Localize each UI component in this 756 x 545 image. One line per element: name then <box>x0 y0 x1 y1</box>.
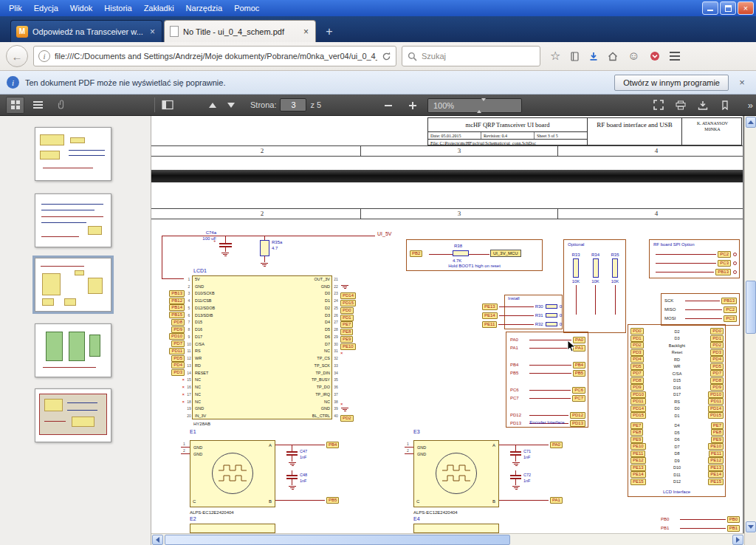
minus-icon <box>385 105 392 106</box>
page-thumbnail[interactable] <box>35 323 111 377</box>
author-name: K. ATANASSOV <box>682 120 743 126</box>
scrollbar-thumb[interactable] <box>746 281 756 334</box>
download-button[interactable] <box>693 97 712 114</box>
pin-name: GND <box>279 406 332 411</box>
page-number-input[interactable]: 3 <box>280 98 306 112</box>
port-label: PB4 <box>573 362 585 369</box>
scrollbar-thumb[interactable] <box>165 535 510 545</box>
wire <box>656 254 716 255</box>
home-icon[interactable] <box>608 52 618 61</box>
maximize-button[interactable] <box>720 1 736 15</box>
page-thumbnail[interactable] <box>35 193 111 247</box>
wire <box>181 453 190 454</box>
menu-edycja[interactable]: Edycja <box>28 1 64 15</box>
lcd-pin-row: 20IN_3VBL_CTRL40PD2 <box>151 412 395 419</box>
menu-zakladki[interactable]: Zakładki <box>138 1 180 15</box>
up-arrow-icon <box>209 103 216 108</box>
pocket-icon[interactable] <box>650 51 660 61</box>
outline-icon <box>33 101 43 103</box>
scroll-left-button[interactable] <box>152 535 163 545</box>
menu-historia[interactable]: Historia <box>98 1 137 15</box>
lcd-interface-row: PD0D2PD0 <box>630 328 724 335</box>
waveform-icon <box>219 465 247 470</box>
encoder-circle-icon <box>212 453 253 494</box>
open-in-other-program-button[interactable]: Otwórz w innym programie <box>614 75 729 91</box>
port-label: PE7 <box>630 422 643 429</box>
scroll-right-button[interactable] <box>732 535 743 545</box>
resistor-ref: R38 <box>454 243 462 249</box>
print-button[interactable] <box>671 97 690 114</box>
pin-number: 28 <box>332 327 340 332</box>
pin-name: D16 <box>193 327 246 332</box>
menu-pomoc[interactable]: Pomoc <box>228 1 265 15</box>
menu-narzedzia[interactable]: Narzędzia <box>180 1 229 15</box>
horizontal-scrollbar[interactable] <box>151 533 744 545</box>
previous-page-button[interactable] <box>203 97 221 114</box>
next-page-button[interactable] <box>221 97 240 114</box>
pin-name: D6 <box>279 335 332 339</box>
net-label: PB0 <box>661 516 678 522</box>
select-arrows-icon <box>477 101 516 110</box>
pin-name: NC <box>193 400 246 404</box>
downloads-icon[interactable] <box>589 52 598 61</box>
wire <box>225 247 226 252</box>
vertical-scrollbar[interactable] <box>744 116 756 545</box>
attachments-view-button[interactable] <box>52 97 70 114</box>
more-tools-button[interactable]: » <box>748 100 753 111</box>
bookmark-star-icon[interactable]: ☆ <box>550 50 560 62</box>
search-bar[interactable]: Szukaj <box>402 46 540 66</box>
toggle-sidebar-button[interactable] <box>158 97 176 114</box>
sheet-subtitle: RF board interface and USB <box>588 118 682 146</box>
bookmarks-menu-icon[interactable] <box>570 52 580 61</box>
feedback-smiley-icon[interactable]: ☺ <box>628 50 639 62</box>
zoom-out-button[interactable] <box>379 97 397 114</box>
port-label: PD0 <box>710 328 724 335</box>
bookmark-button[interactable] <box>715 97 734 114</box>
power-net-label: UI_3V_MCU <box>490 250 521 257</box>
pin-number: 3 <box>185 291 193 295</box>
pin-number: 18 <box>185 400 193 404</box>
outline-view-button[interactable] <box>29 97 47 114</box>
url-bar[interactable]: i file:///C:/Documents and Settings/Andr… <box>33 46 396 66</box>
net-label: PA1 <box>510 345 528 351</box>
new-tab-button[interactable]: + <box>320 22 339 41</box>
left-ext: PD5 <box>151 355 185 362</box>
tab-close-icon[interactable]: × <box>302 27 310 37</box>
menu-widok[interactable]: Widok <box>64 1 99 15</box>
zoom-in-button[interactable] <box>403 97 422 114</box>
thumbnail-art <box>41 236 79 237</box>
thumbnails-sidebar[interactable] <box>0 116 151 545</box>
scroll-down-button[interactable] <box>746 521 756 532</box>
thumbnails-view-button[interactable] <box>6 97 24 114</box>
page-thumbnail[interactable] <box>35 258 111 312</box>
scroll-up-button[interactable] <box>746 117 756 128</box>
page-thumbnail[interactable] <box>35 388 111 442</box>
install-jumper-row: PE13R300 <box>482 302 562 311</box>
minimize-button[interactable] <box>702 1 718 15</box>
right-arrow-icon <box>736 537 740 543</box>
pin-name: RD <box>193 363 246 368</box>
signal-name: RS <box>646 399 709 405</box>
pin-number: 17 <box>185 392 193 397</box>
menu-plik[interactable]: Plik <box>3 1 28 15</box>
notification-close-icon[interactable]: × <box>735 77 749 88</box>
page-info-icon[interactable]: i <box>38 50 50 62</box>
reload-icon[interactable] <box>382 52 391 61</box>
presentation-mode-button[interactable] <box>649 97 667 114</box>
optional-resistor: R3310K <box>567 252 585 315</box>
page-thumbnail[interactable] <box>35 127 111 181</box>
zoom-level-select[interactable]: 100% <box>427 98 522 113</box>
thumbnails-icon <box>11 100 15 104</box>
connector-circle-icon <box>733 253 737 256</box>
pin-name: D4 <box>279 320 332 324</box>
tab-pdf-document[interactable]: No Title - ui_0_4_schem.pdf × <box>164 20 316 42</box>
menu-hamburger-icon[interactable] <box>670 52 680 61</box>
capacitor-value: 1nF <box>523 454 530 460</box>
close-button[interactable]: × <box>738 1 754 15</box>
back-button[interactable]: ← <box>6 45 28 67</box>
spi-signal-row: SCKPB13 <box>664 296 737 305</box>
tab-close-icon[interactable]: × <box>148 27 157 37</box>
tab-forum-page[interactable]: M Odpowiedź na Transceiver w... × <box>10 20 162 42</box>
pdf-viewport[interactable]: mcHF QRP Transceiver UI board Date: 05.0… <box>151 116 744 545</box>
pin-number: 11 <box>185 349 193 353</box>
